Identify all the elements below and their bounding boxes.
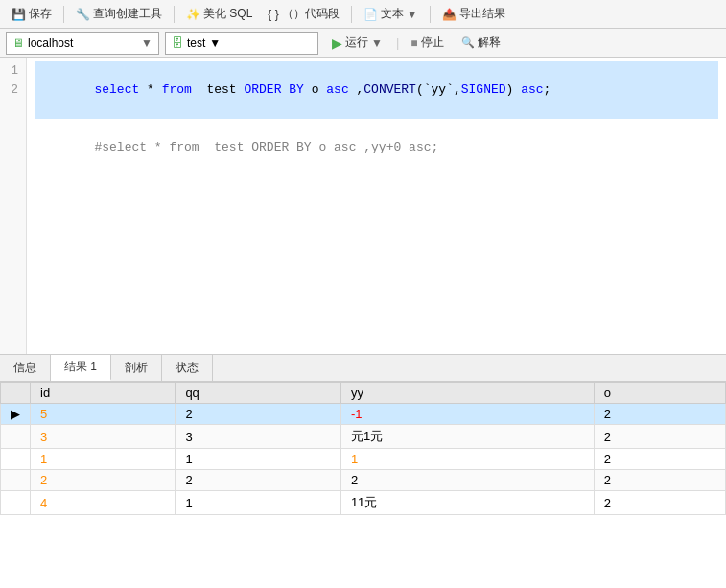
codeblock-button[interactable]: { } （）代码段 <box>262 4 344 24</box>
line-number-2: 2 <box>8 81 18 100</box>
separator-4 <box>430 6 431 23</box>
cell-r2-c2: 1 <box>340 449 594 470</box>
beautify-icon: ✨ <box>186 8 200 21</box>
save-button[interactable]: 💾 保存 <box>6 4 58 24</box>
connection-bar: 🖥 localhost ▼ 🗄 test ▼ ▶ 运行 ▼ | ■ 停止 🔍 解… <box>0 29 726 58</box>
main-toolbar: 💾 保存 🔧 查询创建工具 ✨ 美化 SQL { } （）代码段 📄 文本 ▼ … <box>0 0 726 29</box>
cell-r4-c1: 1 <box>176 491 341 515</box>
cell-r0-c1: 2 <box>176 404 341 425</box>
explain-icon: 🔍 <box>461 36 475 49</box>
run-dropdown-icon: ▼ <box>371 36 383 50</box>
kw-from: from <box>162 82 192 97</box>
db-icon: 🗄 <box>172 36 183 50</box>
tab-profile[interactable]: 剖析 <box>111 355 162 381</box>
row-indicator <box>1 425 31 449</box>
database-selector[interactable]: 🗄 test ▼ <box>165 32 318 55</box>
cell-r1-c3: 2 <box>594 425 725 449</box>
run-play-icon: ▶ <box>332 35 342 51</box>
kw-signed: SIGNED <box>461 82 506 97</box>
comment-line: #select * from test ORDER BY o asc ,yy+0… <box>94 140 438 154</box>
cell-r2-c3: 2 <box>594 449 725 470</box>
cell-r3-c1: 2 <box>176 470 341 491</box>
cell-r1-c2: 元1元 <box>340 425 594 449</box>
fn-convert: CONVERT <box>363 82 416 97</box>
col-header-id: id <box>31 383 176 404</box>
cell-r1-c1: 3 <box>176 425 341 449</box>
indicator-header <box>1 383 31 404</box>
table-row[interactable]: 33元1元2 <box>1 425 726 449</box>
bottom-panel: 信息 结果 1 剖析 状态 id qq yy <box>0 355 726 588</box>
query-builder-button[interactable]: 🔧 查询创建工具 <box>70 4 168 24</box>
kw-asc1: asc <box>326 82 348 97</box>
kw-asc2: asc <box>521 82 543 97</box>
code-line-2: #select * from test ORDER BY o asc ,yy+0… <box>35 119 718 176</box>
table-row[interactable]: 1112 <box>1 449 726 470</box>
cell-r3-c0: 2 <box>31 470 176 491</box>
kw-select: select <box>94 82 139 97</box>
line-numbers: 1 2 <box>0 58 27 354</box>
codeblock-icon: { } <box>268 8 278 21</box>
run-button[interactable]: ▶ 运行 ▼ <box>324 33 390 53</box>
text-icon: 📄 <box>363 8 378 21</box>
db-dropdown-icon: ▼ <box>209 36 221 50</box>
tab-result1[interactable]: 结果 1 <box>51 355 111 381</box>
row-indicator <box>1 449 31 470</box>
cell-r4-c3: 2 <box>594 491 725 515</box>
export-icon: 📤 <box>442 8 457 21</box>
table-row[interactable]: ▶52-12 <box>1 404 726 425</box>
host-dropdown-icon: ▼ <box>141 36 152 50</box>
code-content[interactable]: select * from test ORDER BY o asc ,CONVE… <box>27 58 726 354</box>
tab-bar: 信息 结果 1 剖析 状态 <box>0 355 726 382</box>
tab-info[interactable]: 信息 <box>0 355 51 381</box>
main-content: 1 2 select * from test ORDER BY o asc ,C… <box>0 58 726 588</box>
sql-editor[interactable]: 1 2 select * from test ORDER BY o asc ,C… <box>0 58 726 355</box>
cell-r1-c0: 3 <box>31 425 176 449</box>
line-number-1: 1 <box>8 61 18 81</box>
cell-r3-c3: 2 <box>594 470 725 491</box>
row-indicator <box>1 470 31 491</box>
cell-r4-c0: 4 <box>31 491 176 515</box>
cell-r0-c0: 5 <box>31 404 176 425</box>
cell-r2-c0: 1 <box>31 449 176 470</box>
stop-button[interactable]: ■ 停止 <box>405 33 449 53</box>
query-builder-icon: 🔧 <box>76 8 90 21</box>
separator-2 <box>174 6 175 23</box>
text-dropdown-icon: ▼ <box>407 8 418 21</box>
separator-1 <box>63 6 64 23</box>
beautify-button[interactable]: ✨ 美化 SQL <box>180 4 258 24</box>
cell-r4-c2: 11元 <box>340 491 594 515</box>
cell-r0-c2: -1 <box>340 404 594 425</box>
text-button[interactable]: 📄 文本 ▼ <box>358 4 424 24</box>
kw-orderby: ORDER BY <box>244 82 303 97</box>
row-indicator: ▶ <box>1 404 31 425</box>
col-header-qq: qq <box>176 383 341 404</box>
col-header-o: o <box>594 383 725 404</box>
results-container: id qq yy o ▶52-1233元1元2111222224111元2 <box>0 382 726 515</box>
row-indicator <box>1 491 31 515</box>
separator-3 <box>351 6 352 23</box>
host-selector[interactable]: 🖥 localhost ▼ <box>6 32 159 55</box>
stop-icon: ■ <box>410 36 417 50</box>
col-header-yy: yy <box>340 383 594 404</box>
save-icon: 💾 <box>12 8 26 21</box>
table-row[interactable]: 2222 <box>1 470 726 491</box>
tab-status[interactable]: 状态 <box>162 355 213 381</box>
export-button[interactable]: 📤 导出结果 <box>436 4 511 24</box>
cell-r2-c1: 1 <box>176 449 341 470</box>
explain-button[interactable]: 🔍 解释 <box>456 33 506 53</box>
separator-run: | <box>396 35 399 50</box>
table-row[interactable]: 4111元2 <box>1 491 726 515</box>
code-line-1: select * from test ORDER BY o asc ,CONVE… <box>35 61 718 119</box>
cell-r0-c3: 2 <box>594 404 725 425</box>
host-conn-icon: 🖥 <box>12 36 24 50</box>
table-header-row: id qq yy o <box>1 383 726 404</box>
cell-r3-c2: 2 <box>340 470 594 491</box>
results-table: id qq yy o ▶52-1233元1元2111222224111元2 <box>0 382 726 515</box>
